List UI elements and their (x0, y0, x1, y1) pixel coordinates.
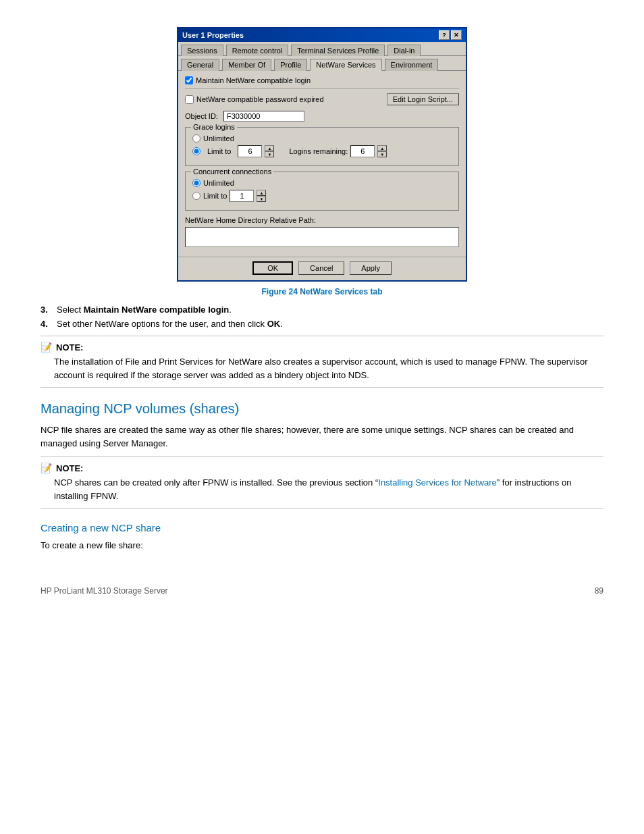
tab-netware-services[interactable]: NetWare Services (310, 59, 381, 71)
grace-logins-group: Grace logins Unlimited Limit to ▲ ▼ (185, 127, 459, 166)
netware-home-input[interactable] (185, 227, 459, 247)
concurrent-unlimited-label: Unlimited (203, 179, 234, 187)
sub-heading: Creating a new NCP share (41, 522, 603, 533)
maintain-label: Maintain NetWare compatible login (196, 76, 311, 84)
password-expired-checkbox[interactable] (185, 95, 194, 104)
password-row: NetWare compatible password expired Edit… (185, 93, 459, 105)
note-label-1: NOTE: (56, 342, 83, 353)
logins-remaining-spinner: ▲ ▼ (350, 145, 387, 157)
section-body: NCP file shares are created the same way… (41, 423, 603, 450)
concurrent-down-arrow[interactable]: ▼ (257, 196, 266, 202)
step3-text: Select Maintain NetWare compatible login… (57, 305, 232, 315)
logins-remaining-label: Logins remaining: (289, 147, 348, 155)
note-icon-1: 📝 (41, 342, 52, 353)
netware-home-label: NetWare Home Directory Relative Path: (185, 216, 316, 224)
step-list: 3. Select Maintain NetWare compatible lo… (41, 305, 603, 329)
ok-button[interactable]: OK (252, 261, 293, 275)
grace-spinner: ▲ ▼ (238, 145, 274, 157)
concurrent-value-input[interactable] (230, 190, 254, 202)
note-text-1: The installation of File and Print Servi… (54, 355, 603, 382)
apply-button[interactable]: Apply (350, 261, 392, 275)
dialog-footer: OK Cancel Apply (178, 257, 466, 280)
concurrent-spinner: ▲ ▼ (230, 190, 266, 202)
tab-general[interactable]: General (181, 59, 219, 71)
step4-text: Set other NetWare options for the user, … (57, 319, 283, 329)
edit-login-script-button[interactable]: Edit Login Script... (387, 93, 459, 105)
tab-profile[interactable]: Profile (274, 59, 307, 71)
concurrent-unlimited-radio[interactable] (192, 179, 200, 187)
help-button[interactable]: ? (439, 30, 450, 40)
dialog-titlebar: User 1 Properties ? ✕ (178, 28, 466, 42)
dialog-title-buttons: ? ✕ (439, 30, 462, 40)
maintain-checkbox-row: Maintain NetWare compatible login (185, 76, 459, 89)
grace-logins-label: Grace logins (191, 123, 237, 131)
object-id-row: Object ID: F3030000 (185, 111, 459, 122)
step3-bold: Maintain NetWare compatible login (84, 305, 229, 315)
password-expired-label: NetWare compatible password expired (196, 95, 324, 103)
concurrent-limit-label: Limit to (203, 192, 227, 200)
close-button[interactable]: ✕ (451, 30, 462, 40)
concurrent-connections-group: Concurrent connections Unlimited Limit t… (185, 172, 459, 211)
note-box-2: 📝 NOTE: NCP shares can be created only a… (41, 457, 603, 509)
dialog-wrapper: User 1 Properties ? ✕ Sessions Remote co… (41, 14, 603, 282)
step-3: 3. Select Maintain NetWare compatible lo… (41, 305, 603, 315)
concurrent-limit-radio[interactable] (192, 192, 200, 200)
concurrent-up-arrow[interactable]: ▲ (257, 190, 266, 196)
note-text-2: NCP shares can be created only after FPN… (54, 476, 603, 502)
object-id-label: Object ID: (185, 112, 218, 120)
tabs-row1: Sessions Remote control Terminal Service… (178, 42, 466, 56)
grace-unlimited-label: Unlimited (203, 134, 234, 142)
note-icon-2: 📝 (41, 463, 52, 473)
figure-caption: Figure 24 NetWare Services tab (41, 287, 603, 296)
tab-sessions[interactable]: Sessions (181, 45, 223, 56)
dialog-title: User 1 Properties (182, 31, 244, 39)
maintain-checkbox[interactable] (185, 76, 193, 84)
logins-remaining-input[interactable] (350, 145, 375, 157)
tab-remote-control[interactable]: Remote control (226, 45, 289, 56)
grace-value-input[interactable] (238, 145, 262, 157)
tab-environment[interactable]: Environment (385, 59, 439, 71)
concurrent-unlimited-row: Unlimited (192, 179, 452, 187)
grace-limit-radio[interactable] (192, 147, 200, 155)
step3-num: 3. (41, 305, 51, 315)
tab-member-of[interactable]: Member Of (222, 59, 271, 71)
grace-limit-label: Limit to (207, 147, 231, 155)
note-box-1: 📝 NOTE: The installation of File and Pri… (41, 336, 603, 388)
concurrent-connections-label: Concurrent connections (191, 167, 273, 176)
note-label-2: NOTE: (56, 463, 83, 473)
note2-text-before: NCP shares can be created only after FPN… (54, 477, 378, 488)
grace-limit-row: Limit to ▲ ▼ Logins remaining: (192, 145, 452, 157)
concurrent-limit-row: Limit to ▲ ▼ (192, 190, 452, 202)
footer-page: 89 (595, 586, 603, 596)
grace-unlimited-row: Unlimited (192, 134, 452, 142)
section-heading: Managing NCP volumes (shares) (41, 401, 603, 417)
dialog-body: Maintain NetWare compatible login NetWar… (178, 71, 466, 257)
step-4: 4. Set other NetWare options for the use… (41, 319, 603, 329)
note2-link[interactable]: Installing Services for Netware (378, 477, 497, 488)
logins-down-arrow[interactable]: ▼ (377, 151, 387, 157)
tabs-row2: General Member Of Profile NetWare Servic… (178, 56, 466, 71)
footer-product: HP ProLiant ML310 Storage Server (41, 586, 168, 596)
netware-home-section: NetWare Home Directory Relative Path: (185, 216, 459, 247)
page-footer: HP ProLiant ML310 Storage Server 89 (41, 573, 603, 602)
grace-down-arrow[interactable]: ▼ (265, 151, 274, 157)
cancel-button[interactable]: Cancel (298, 261, 344, 275)
logins-up-arrow[interactable]: ▲ (377, 145, 387, 151)
object-id-input[interactable]: F3030000 (223, 111, 304, 122)
step4-num: 4. (41, 319, 51, 329)
grace-unlimited-radio[interactable] (192, 134, 200, 142)
user-properties-dialog: User 1 Properties ? ✕ Sessions Remote co… (177, 27, 467, 282)
sub-body: To create a new file share: (41, 539, 603, 552)
tab-dial-in[interactable]: Dial-in (387, 45, 421, 56)
tab-terminal-services[interactable]: Terminal Services Profile (291, 45, 385, 56)
step4-bold: OK (267, 319, 281, 329)
grace-up-arrow[interactable]: ▲ (265, 145, 274, 151)
